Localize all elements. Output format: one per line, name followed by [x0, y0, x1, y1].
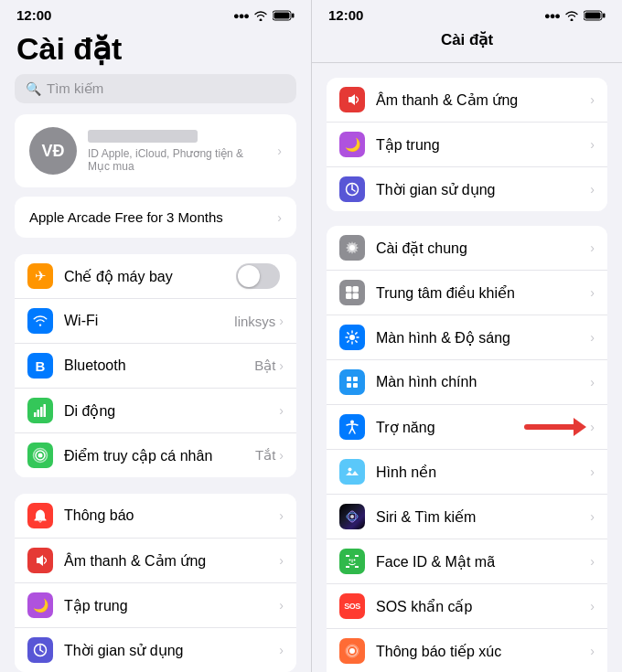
- wifi-row[interactable]: Wi-Fi linksys ›: [15, 299, 296, 344]
- arrow-head: [574, 418, 586, 436]
- sounds-row[interactable]: Âm thanh & Cảm ứng ›: [15, 539, 296, 583]
- svg-rect-43: [355, 555, 359, 557]
- right-screen-time-label: Thời gian sử dụng: [376, 181, 590, 198]
- right-sos-chevron: ›: [590, 599, 595, 613]
- svg-rect-35: [347, 383, 351, 388]
- wifi-chevron: ›: [279, 314, 284, 328]
- right-screen-time-row[interactable]: Thời gian sử dụng ›: [327, 167, 607, 211]
- search-placeholder: Tìm kiếm: [47, 80, 103, 97]
- left-status-icons: ●●●: [233, 10, 295, 21]
- sounds-chevron: ›: [279, 553, 284, 568]
- screen-time-row[interactable]: Thời gian sử dụng ›: [15, 628, 296, 672]
- right-siri-icon: [339, 504, 365, 529]
- search-bar[interactable]: 🔍 Tìm kiếm: [15, 74, 296, 103]
- right-general-row[interactable]: Cài đặt chung ›: [327, 226, 607, 271]
- svg-line-31: [356, 333, 357, 334]
- right-siri-row[interactable]: Siri & Tìm kiếm ›: [327, 495, 607, 539]
- left-page-title: Cài đặt: [0, 27, 311, 74]
- svg-rect-1: [292, 13, 295, 17]
- left-panel: 12:00 ●●● Cài đặt 🔍 Tìm kiếm VĐ ID: [0, 0, 311, 672]
- right-home-label: Màn hình chính: [376, 374, 590, 390]
- search-icon: 🔍: [26, 81, 41, 96]
- bluetooth-value: Bật: [254, 357, 275, 374]
- right-accessibility-chevron: ›: [590, 420, 595, 434]
- hotspot-row[interactable]: Điểm truy cập cá nhân Tắt ›: [15, 433, 296, 477]
- arrow-body: [524, 424, 574, 430]
- right-panel: 12:00 ●●● Cài đặt: [311, 0, 622, 672]
- svg-point-47: [354, 560, 356, 561]
- hotspot-value: Tắt: [255, 447, 275, 464]
- right-wallpaper-row[interactable]: Hình nền ›: [327, 450, 607, 495]
- airplane-mode-row[interactable]: ✈ Chế độ máy bay: [15, 254, 296, 299]
- svg-point-49: [349, 648, 355, 654]
- focus-chevron: ›: [279, 598, 284, 613]
- signal-icon: ●●●: [233, 10, 249, 21]
- right-face-id-chevron: ›: [590, 554, 595, 569]
- svg-rect-22: [346, 293, 352, 300]
- left-settings-content: VĐ ID Apple, iCloud, Phương tiện & Mục m…: [0, 114, 311, 672]
- right-control-center-row[interactable]: Trung tâm điều khiển ›: [327, 271, 607, 315]
- right-home-icon: [339, 369, 365, 395]
- svg-point-7: [38, 453, 43, 458]
- svg-line-18: [352, 189, 355, 191]
- sounds-label: Âm thanh & Cảm ứng: [64, 552, 279, 570]
- cellular-row[interactable]: Di động ›: [15, 389, 296, 433]
- right-exposure-label: Thông báo tiếp xúc: [376, 643, 590, 660]
- wifi-icon-row: [27, 308, 53, 334]
- cellular-chevron: ›: [279, 403, 284, 418]
- svg-rect-36: [353, 383, 358, 388]
- right-control-center-chevron: ›: [590, 285, 595, 300]
- right-home-screen-row[interactable]: Màn hình chính ›: [327, 360, 607, 405]
- right-display-chevron: ›: [590, 330, 595, 345]
- left-time: 12:00: [16, 7, 51, 23]
- svg-point-38: [349, 468, 352, 472]
- focus-row[interactable]: 🌙 Tập trung ›: [15, 583, 296, 628]
- screen-time-label: Thời gian sử dụng: [64, 642, 279, 659]
- red-arrow: [524, 418, 586, 436]
- right-face-id-icon: [339, 549, 365, 574]
- profile-card[interactable]: VĐ ID Apple, iCloud, Phương tiện & Mục m…: [15, 114, 296, 187]
- right-sos-label: SOS khẩn cấp: [376, 598, 590, 615]
- svg-point-46: [349, 560, 351, 561]
- notifications-chevron: ›: [279, 508, 284, 523]
- right-exposure-row[interactable]: Thông báo tiếp xúc ›: [327, 629, 607, 672]
- svg-line-29: [348, 333, 349, 334]
- right-group1: Âm thanh & Cảm ứng › 🌙 Tập trung ›: [327, 78, 607, 211]
- battery-icon: [273, 10, 295, 21]
- bluetooth-row[interactable]: B Bluetooth Bật ›: [15, 344, 296, 389]
- right-group2: Cài đặt chung › Trung tâm điều khiển ›: [327, 226, 607, 672]
- right-screen-time-chevron: ›: [590, 182, 595, 197]
- svg-rect-20: [346, 286, 352, 293]
- arcade-banner[interactable]: Apple Arcade Free for 3 Months ›: [15, 197, 296, 238]
- right-face-id-row[interactable]: Face ID & Mật mã ›: [327, 539, 607, 584]
- cellular-icon: [27, 398, 53, 423]
- profile-info: ID Apple, iCloud, Phương tiện & Mục mua: [88, 130, 266, 173]
- right-exposure-chevron: ›: [590, 644, 595, 658]
- svg-rect-45: [355, 566, 359, 568]
- right-sos-icon: SOS: [339, 593, 365, 619]
- airplane-toggle[interactable]: [236, 263, 280, 289]
- profile-sub: ID Apple, iCloud, Phương tiện & Mục mua: [88, 147, 266, 173]
- right-wallpaper-chevron: ›: [590, 464, 595, 479]
- cellular-label: Di động: [64, 402, 279, 420]
- right-sos-row[interactable]: SOS SOS khẩn cấp ›: [327, 584, 607, 629]
- svg-rect-3: [34, 412, 37, 417]
- connectivity-group: ✈ Chế độ máy bay Wi-Fi linksys ›: [15, 254, 296, 477]
- right-display-row[interactable]: Màn hình & Độ sáng ›: [327, 315, 607, 360]
- notifications-row[interactable]: Thông báo ›: [15, 494, 296, 539]
- right-wallpaper-icon: [339, 459, 365, 485]
- notifications-icon: [27, 503, 53, 528]
- screen-time-chevron: ›: [279, 643, 284, 657]
- right-page-title: Cài đặt: [312, 27, 622, 55]
- svg-point-24: [349, 335, 355, 340]
- right-sounds-row[interactable]: Âm thanh & Cảm ứng ›: [327, 78, 607, 123]
- right-exposure-icon: [339, 638, 365, 664]
- wifi-label: Wi-Fi: [64, 313, 234, 329]
- right-focus-row[interactable]: 🌙 Tập trung ›: [327, 123, 607, 167]
- right-status-bar: 12:00 ●●●: [312, 0, 622, 27]
- airplane-label: Chế độ máy bay: [64, 268, 236, 285]
- right-accessibility-row[interactable]: Trợ năng ›: [327, 405, 607, 450]
- right-home-chevron: ›: [590, 375, 595, 389]
- svg-rect-15: [585, 12, 601, 18]
- right-control-center-icon: [339, 280, 365, 305]
